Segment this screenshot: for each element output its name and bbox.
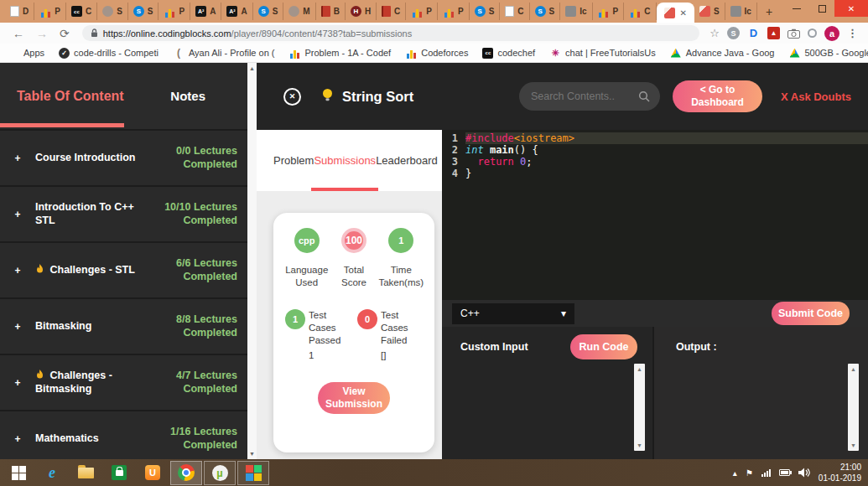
browser-tab[interactable]: C	[500, 3, 529, 20]
browser-tab[interactable]: P	[159, 3, 190, 20]
browser-tab[interactable]: Ic	[560, 3, 592, 20]
submit-code-button[interactable]: Submit Code	[772, 302, 850, 325]
minimize-icon[interactable]	[784, 0, 809, 17]
language-select[interactable]: C++ ▾	[452, 303, 574, 324]
browser-tab[interactable]: Ic	[725, 3, 757, 20]
refresh-icon[interactable]: ⟳	[54, 28, 75, 39]
circle-extension-icon[interactable]	[808, 28, 817, 38]
expand-plus-icon[interactable]: +	[0, 377, 35, 389]
back-icon[interactable]: ←	[7, 28, 30, 39]
code-editor[interactable]: 1#include<iostream>2int main() {3 return…	[442, 130, 868, 300]
tab-submissions[interactable]: Submissions	[314, 130, 376, 191]
scroll-up-icon[interactable]: ▲	[247, 65, 257, 71]
expand-plus-icon[interactable]: +	[0, 433, 35, 445]
scroll-down-icon[interactable]: ▼	[247, 451, 257, 457]
bookmark-star-icon[interactable]: ☆	[709, 27, 720, 39]
flag-icon[interactable]: ⚑	[746, 468, 753, 478]
browser-tab[interactable]: B	[316, 3, 346, 20]
sidebar-item[interactable]: + Challenges - STL6/6 Lectures Completed	[0, 243, 247, 297]
maximize-icon[interactable]	[809, 0, 834, 17]
browser-tab-active[interactable]: ✕	[657, 3, 694, 23]
start-button[interactable]	[2, 459, 35, 486]
browser-tab[interactable]: SS	[470, 3, 501, 20]
window-close-icon[interactable]: ✕	[834, 0, 868, 17]
bookmark-item[interactable]: ✳chat | FreeTutorialsUs	[549, 47, 656, 59]
pdf-extension-icon[interactable]: ▲	[767, 27, 780, 39]
utorrent-taskbar-icon[interactable]: µ	[204, 461, 236, 485]
speaker-icon[interactable]	[798, 468, 810, 478]
sidebar-item[interactable]: +Introduction To C++ STL10/10 Lectures C…	[0, 187, 247, 241]
browser-tab[interactable]: S	[97, 3, 128, 20]
browser-tab[interactable]: C	[624, 3, 656, 20]
search-input[interactable]	[529, 90, 638, 103]
address-bar[interactable]: https://online.codingblocks.com/player/8…	[82, 25, 700, 41]
ask-doubts-link[interactable]: X Ask Doubts	[781, 90, 851, 103]
idm-extension-icon[interactable]: D	[747, 27, 760, 39]
expand-plus-icon[interactable]: +	[0, 265, 35, 277]
battery-icon[interactable]	[779, 469, 790, 476]
tab-table-of-content[interactable]: Table Of Content	[17, 89, 124, 104]
browser-tab[interactable]: SS	[253, 3, 284, 20]
view-submission-button[interactable]: View Submission	[318, 382, 390, 414]
sidebar-item[interactable]: + Challenges - Bitmasking4/7 Lectures Co…	[0, 355, 247, 410]
tray-up-icon[interactable]: ▴	[733, 468, 737, 478]
browser-tab[interactable]: D	[5, 3, 34, 20]
bookmark-item[interactable]: Apps	[10, 48, 44, 58]
bookmark-item[interactable]: ✓code-drills - Competi	[59, 48, 159, 59]
bookmark-item[interactable]: Advance Java - Goog	[670, 47, 775, 59]
sidebar-scrollbar[interactable]: ▲ ▼	[247, 63, 257, 459]
camera-extension-icon[interactable]	[787, 28, 800, 39]
browser-tab[interactable]: ccC	[66, 3, 97, 20]
input-scrollbar[interactable]: ▲ ▼	[634, 364, 645, 451]
custom-input-pane[interactable]: Custom Input Run Code ▲ ▼	[442, 327, 654, 459]
browser-tab[interactable]: M	[283, 3, 315, 20]
expand-plus-icon[interactable]: +	[0, 209, 35, 220]
new-tab-button[interactable]: +	[757, 5, 781, 18]
bookmark-item[interactable]: 500GB - Google Driv	[789, 47, 868, 59]
browser-tab[interactable]: P	[593, 3, 625, 20]
run-code-button[interactable]: Run Code	[570, 334, 637, 359]
scroll-down-icon[interactable]: ▼	[848, 442, 859, 448]
skype-extension-icon[interactable]: S	[727, 27, 740, 39]
expand-plus-icon[interactable]: +	[0, 321, 35, 333]
profile-avatar[interactable]: a	[824, 26, 839, 41]
windows-store-taskbar-icon[interactable]	[102, 459, 136, 486]
browser-tab[interactable]: A²A	[190, 3, 221, 20]
close-content-icon[interactable]: ✕	[283, 88, 301, 106]
tab-problem[interactable]: Problem	[273, 130, 314, 191]
sidebar-item[interactable]: +Bitmasking8/8 Lectures Completed	[0, 299, 247, 354]
taskbar-clock[interactable]: 21:00 01-01-2019	[819, 462, 861, 483]
tab-close-icon[interactable]: ✕	[680, 8, 687, 18]
browser-tab[interactable]: SS	[530, 3, 561, 20]
sidebar-item[interactable]: +Mathematics1/16 Lectures Completed	[0, 411, 247, 459]
uc-browser-taskbar-icon[interactable]: U	[136, 459, 169, 486]
bookmark-item[interactable]: (Ayan Ali - Profile on (	[173, 47, 275, 59]
tab-notes[interactable]: Notes	[170, 89, 205, 103]
browser-tab[interactable]: C	[377, 3, 406, 20]
forward-icon[interactable]: →	[30, 28, 54, 39]
bookmark-item[interactable]: cccodechef	[482, 48, 535, 59]
ie-taskbar-icon[interactable]: e	[35, 459, 69, 486]
bookmark-item[interactable]: Codeforces	[405, 47, 468, 59]
browser-tab[interactable]: SS	[128, 3, 159, 20]
bookmark-item[interactable]: Problem - 1A - Codef	[288, 47, 391, 59]
go-to-dashboard-button[interactable]: < Go to Dashboard	[673, 80, 762, 112]
app-squares-taskbar-icon[interactable]	[237, 461, 269, 485]
expand-plus-icon[interactable]: +	[0, 153, 35, 164]
sidebar-item[interactable]: +Course Introduction0/0 Lectures Complet…	[0, 131, 247, 185]
search-contents-box[interactable]	[519, 82, 660, 111]
scroll-up-icon[interactable]: ▲	[634, 366, 645, 372]
scroll-down-icon[interactable]: ▼	[634, 442, 645, 448]
scroll-up-icon[interactable]: ▲	[848, 366, 859, 372]
browser-menu-icon[interactable]: ⋮	[847, 27, 858, 39]
browser-tab[interactable]: P	[34, 3, 66, 20]
browser-tab[interactable]: S	[694, 3, 725, 20]
tab-leaderboard[interactable]: Leaderboard	[376, 130, 438, 191]
browser-tab[interactable]: P	[406, 3, 438, 20]
network-signal-icon[interactable]	[761, 469, 771, 477]
browser-tab[interactable]: HH	[346, 3, 377, 20]
chrome-taskbar-icon[interactable]	[170, 461, 202, 485]
file-explorer-taskbar-icon[interactable]	[69, 459, 102, 486]
output-scrollbar[interactable]: ▲ ▼	[848, 364, 859, 451]
browser-tab[interactable]: A²A	[221, 3, 252, 20]
